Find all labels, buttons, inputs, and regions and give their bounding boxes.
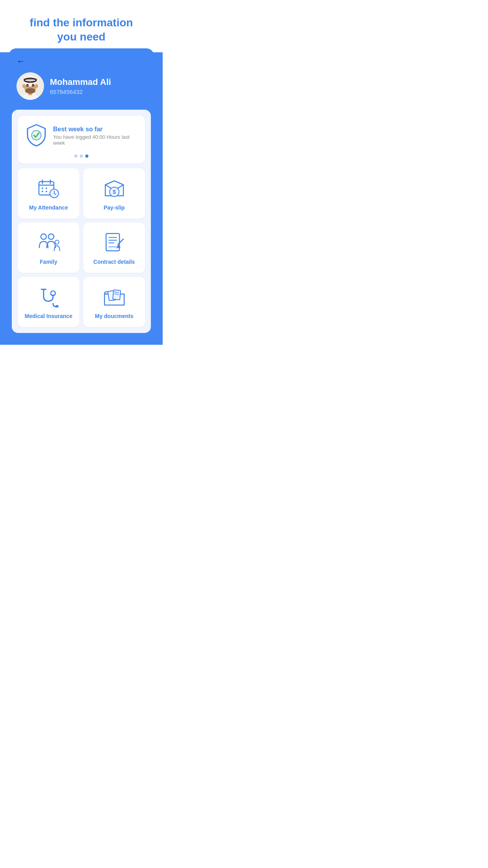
- profile-name: Mohammad Ali: [50, 77, 111, 87]
- banner-title: Best week so far: [53, 126, 137, 133]
- carousel-dots: [26, 154, 137, 158]
- family-group-icon: [37, 232, 61, 254]
- family-label: Family: [40, 259, 57, 265]
- svg-point-15: [29, 87, 31, 88]
- back-button[interactable]: ←: [17, 56, 146, 66]
- contract-label: Contract details: [94, 259, 135, 265]
- svg-point-32: [48, 234, 54, 239]
- header-title-line1: find the information: [30, 17, 133, 29]
- medical-label: Medical Insurance: [25, 313, 72, 319]
- menu-grid: My Attendance $: [18, 168, 145, 327]
- content-area: Best week so far You have logged 40:00 H…: [12, 110, 151, 333]
- blue-background: ←: [0, 52, 163, 345]
- banner-text: Best week so far You have logged 40:00 H…: [53, 126, 137, 146]
- svg-point-33: [55, 240, 59, 244]
- header-section: find the information you need: [0, 0, 163, 52]
- svg-point-23: [42, 191, 43, 192]
- banner-subtitle: You have logged 40:00 Hours last week: [53, 134, 137, 146]
- stethoscope-icon: [37, 287, 61, 308]
- envelope-dollar-icon: $: [103, 178, 126, 200]
- svg-text:$: $: [113, 189, 116, 195]
- svg-point-42: [55, 305, 59, 307]
- svg-rect-44: [112, 290, 120, 300]
- menu-item-payslip[interactable]: $ Pay-slip: [83, 168, 145, 219]
- svg-point-24: [46, 191, 47, 192]
- dot-1[interactable]: [74, 154, 77, 158]
- header-title-line2: you need: [57, 31, 106, 43]
- app-card: ←: [9, 48, 154, 333]
- menu-item-documents[interactable]: My doucments: [83, 277, 145, 327]
- back-arrow-icon: ←: [17, 56, 25, 66]
- svg-point-5: [35, 84, 38, 88]
- banner-card: Best week so far You have logged 40:00 H…: [18, 116, 145, 164]
- avatar-image: [17, 72, 44, 100]
- svg-point-4: [22, 84, 26, 88]
- svg-line-39: [118, 239, 123, 245]
- profile-header: ←: [9, 48, 154, 110]
- document-sign-icon: [103, 232, 126, 254]
- profile-text: Mohammad Ali 6578456432: [50, 77, 111, 95]
- profile-phone: 6578456432: [50, 88, 111, 95]
- folder-documents-icon: [103, 287, 126, 308]
- svg-point-6: [25, 88, 35, 94]
- page-wrapper: find the information you need ←: [0, 0, 163, 345]
- svg-point-22: [46, 188, 47, 189]
- svg-point-31: [41, 234, 46, 239]
- documents-label: My doucments: [95, 313, 133, 319]
- svg-point-13: [27, 84, 28, 86]
- menu-item-medical[interactable]: Medical Insurance: [18, 277, 79, 327]
- svg-point-14: [32, 84, 34, 86]
- menu-item-contract[interactable]: Contract details: [83, 223, 145, 273]
- dot-2[interactable]: [80, 154, 83, 158]
- avatar: [17, 72, 44, 100]
- shield-icon: [26, 123, 47, 149]
- menu-item-attendance[interactable]: My Attendance: [18, 168, 79, 219]
- header-title: find the information you need: [8, 16, 155, 44]
- svg-point-21: [42, 188, 43, 189]
- payslip-label: Pay-slip: [104, 204, 125, 211]
- calendar-clock-icon: [37, 178, 61, 200]
- dot-3[interactable]: [85, 154, 88, 158]
- banner-content: Best week so far You have logged 40:00 H…: [26, 123, 137, 149]
- menu-item-family[interactable]: Family: [18, 223, 79, 273]
- attendance-label: My Attendance: [29, 204, 68, 211]
- profile-info: Mohammad Ali 6578456432: [17, 72, 146, 100]
